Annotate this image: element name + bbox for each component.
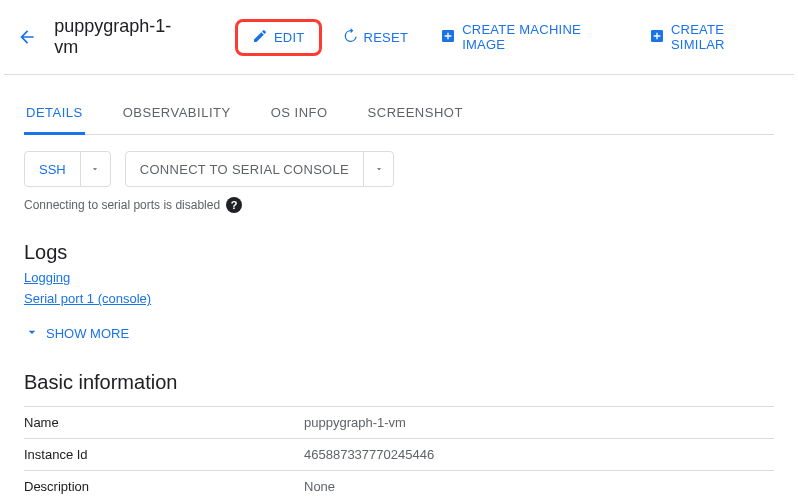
tab-bar: DETAILS OBSERVABILITY OS INFO SCREENSHOT: [24, 93, 774, 135]
serial-console-button[interactable]: CONNECT TO SERIAL CONSOLE: [126, 152, 363, 186]
logging-link[interactable]: Logging: [24, 270, 70, 285]
serial-console-dropdown-caret[interactable]: [363, 152, 393, 186]
table-row: Description None: [24, 471, 774, 503]
plus-box-icon: [649, 28, 665, 47]
reset-button[interactable]: RESET: [330, 20, 421, 55]
instance-id-key: Instance Id: [24, 439, 304, 471]
name-key: Name: [24, 407, 304, 439]
reset-label: RESET: [364, 30, 409, 45]
serial-disabled-hint: Connecting to serial ports is disabled ?: [24, 197, 774, 213]
table-row: Instance Id 465887337770245446: [24, 439, 774, 471]
back-arrow-icon[interactable]: [12, 21, 42, 53]
instance-id-value: 465887337770245446: [304, 439, 774, 471]
show-more-button[interactable]: SHOW MORE: [24, 324, 774, 343]
plus-box-icon: [440, 28, 456, 47]
help-icon[interactable]: ?: [226, 197, 242, 213]
show-more-label: SHOW MORE: [46, 326, 129, 341]
description-value: None: [304, 471, 774, 503]
serial-port-link[interactable]: Serial port 1 (console): [24, 291, 151, 306]
create-similar-label: CREATE SIMILAR: [671, 22, 774, 52]
description-key: Description: [24, 471, 304, 503]
serial-console-split-button: CONNECT TO SERIAL CONSOLE: [125, 151, 394, 187]
hint-text: Connecting to serial ports is disabled: [24, 198, 220, 212]
create-similar-button[interactable]: CREATE SIMILAR: [637, 14, 786, 60]
ssh-dropdown-caret[interactable]: [80, 152, 110, 186]
create-machine-image-button[interactable]: CREATE MACHINE IMAGE: [428, 14, 629, 60]
caret-down-icon: [374, 161, 384, 177]
tab-observability[interactable]: OBSERVABILITY: [121, 93, 233, 134]
reset-icon: [342, 28, 358, 47]
edit-label: EDIT: [274, 30, 305, 45]
name-value: puppygraph-1-vm: [304, 407, 774, 439]
ssh-split-button: SSH: [24, 151, 111, 187]
basic-info-table: Name puppygraph-1-vm Instance Id 4658873…: [24, 406, 774, 502]
basic-info-heading: Basic information: [24, 371, 774, 394]
caret-down-icon: [90, 161, 100, 177]
page-title: puppygraph-1-vm: [54, 16, 187, 58]
tab-os-info[interactable]: OS INFO: [269, 93, 330, 134]
edit-button[interactable]: EDIT: [235, 19, 322, 56]
ssh-button[interactable]: SSH: [25, 152, 80, 186]
table-row: Name puppygraph-1-vm: [24, 407, 774, 439]
pencil-icon: [252, 28, 268, 47]
tab-details[interactable]: DETAILS: [24, 93, 85, 135]
tab-screenshot[interactable]: SCREENSHOT: [366, 93, 465, 134]
logs-heading: Logs: [24, 241, 774, 264]
create-machine-image-label: CREATE MACHINE IMAGE: [462, 22, 617, 52]
page-header: puppygraph-1-vm EDIT RESET CREATE MACHIN…: [4, 0, 794, 75]
chevron-down-icon: [24, 324, 40, 343]
